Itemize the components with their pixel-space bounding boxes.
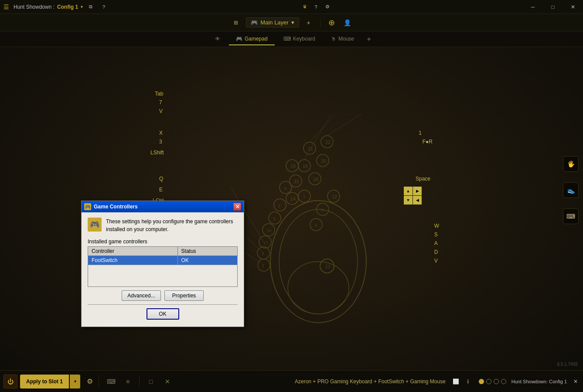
shoe-icon[interactable]: 👟 [563,182,579,198]
wasd-v: V [434,256,439,265]
slot-dot-1[interactable] [479,379,484,384]
power-button[interactable]: ⏻ [3,375,17,389]
game-controllers-dialog: 🎮 Game Controllers ✕ 🎮 These settings he… [81,201,244,327]
grid-view-button[interactable]: ⊞ [229,18,242,27]
key-label-lshift: LShift [150,150,164,156]
profile-settings-button[interactable]: ⚙ [83,375,97,389]
key-label-v: V [159,108,163,114]
table-empty-row [88,265,238,287]
keyboard-layout-icon[interactable]: ⌨ [104,375,118,389]
table-row[interactable]: FootSwitch OK [88,256,238,265]
crown-icon[interactable]: ♛ [300,2,310,12]
add-tab-button[interactable]: + [363,33,375,45]
dialog-header: 🎮 These settings help you configure the … [88,218,238,233]
key-label-q: Q [159,176,163,182]
wasd-a: A [434,239,439,248]
layer-selector[interactable]: 🎮 Main Layer ▾ [246,17,299,27]
close-button[interactable]: ✕ [563,0,583,14]
slot-dot-4[interactable] [501,379,506,384]
bottom-bar: ⏻ Apply to Slot 1 ▾ ⚙ ⌨ ≡ □ ✕ Azeron + P… [0,370,583,392]
slot-dot-2[interactable] [486,379,491,384]
apply-to-slot-button[interactable]: Apply to Slot 1 [20,375,69,389]
help-button[interactable]: ? [99,2,109,12]
layer-label: Main Layer [260,19,288,26]
advanced-button[interactable]: Advanced... [122,290,161,301]
menu-icon[interactable]: ☰ [3,3,9,10]
eye-icon: 👁 [215,36,220,42]
arrow-keys-area: ▲ ▶ ▼ ◀ [404,187,422,205]
arrow-right-btn[interactable]: ▶ [413,187,422,195]
apply-dropdown-button[interactable]: ▾ [70,375,80,389]
key-label-3: 3 [159,139,162,145]
delete-icon-bottom[interactable]: ✕ [160,375,174,389]
bottom-separator-1 [99,375,99,388]
copy-config-button[interactable]: ⧉ [85,2,96,12]
bottom-separator-2 [139,375,140,388]
dialog-separator [88,304,238,305]
profile-icon[interactable]: 👤 [341,17,354,29]
add-layer-button[interactable]: + [303,17,315,29]
keyboard-small-icon[interactable]: ⌨ [563,208,579,224]
key-label-tab: Tab [155,91,163,97]
app-name: Hunt Showdown : [14,4,55,10]
dialog-title-icon: 🎮 [84,203,91,210]
keyboard-icon: ⌨ [283,36,291,42]
slot-dot-3[interactable] [494,379,499,384]
slot-dots [479,379,506,384]
secondary-toolbar: 👁 🎮 Gamepad ⌨ Keyboard 🖱 Mouse + [0,31,583,47]
question-icon[interactable]: ? [311,2,321,12]
ok-button[interactable]: OK [147,308,179,320]
profile-icon-bottom[interactable]: □ [144,375,158,389]
config-dropdown-icon[interactable]: ▾ [81,4,83,9]
dialog-header-icon: 🎮 [88,218,102,232]
config-name: Config 1 [57,4,78,10]
gear-icon[interactable]: ⚙ [322,2,333,12]
export-icon[interactable]: ⬜ [451,376,461,387]
table-header-controller: Controller [88,247,178,256]
key-label-x: X [159,130,163,136]
keyboard-tab-label: Keyboard [293,36,315,42]
info-icon[interactable]: ℹ [463,376,474,387]
gamepad-tab-label: Gamepad [245,36,268,42]
device-label: Azeron + PRO Gaming Keyboard + FootSwitc… [295,378,446,385]
dialog-section-label: Installed game controllers [88,239,238,245]
bottom-right-section: Azeron + PRO Gaming Keyboard + FootSwitc… [295,376,583,387]
minimize-button[interactable]: ─ [523,0,543,14]
grid-icon: ⊞ [234,20,238,26]
tab-mouse[interactable]: 🖱 Mouse [324,33,361,45]
tab-eye[interactable]: 👁 [208,33,227,45]
xbox-icon[interactable]: ⊕ [326,17,338,29]
gamepad-tab-icon: 🎮 [236,36,242,42]
top-toolbar: ⊞ 🎮 Main Layer ▾ + ⊕ 👤 [0,14,583,31]
dialog-body: 🎮 These settings help you configure the … [82,212,244,327]
toolbar-divider-1 [320,18,320,27]
config-close-button[interactable]: ✕ [573,378,578,385]
key-label-e: E [159,187,163,193]
dialog-titlebar: 🎮 Game Controllers ✕ [82,201,244,212]
arrow-left-btn[interactable]: ◀ [413,196,422,205]
arrow-down-btn[interactable]: ▼ [404,196,413,205]
tab-keyboard[interactable]: ⌨ Keyboard [276,33,322,45]
key-label-space: Space [416,176,430,182]
mouse-icon: 🖱 [331,36,336,42]
bottom-right-icons: ⬜ ℹ [451,376,474,387]
key-label-for: F●R [423,139,433,145]
properties-button[interactable]: Properties [164,290,204,301]
bottom-icons-row: ⌨ ≡ □ ✕ [101,375,174,389]
arrow-up-btn[interactable]: ▲ [404,187,413,195]
key-label-7: 7 [159,99,162,106]
right-icons-panel: 🖐 👟 ⌨ [563,156,579,224]
config-label-bottom: Hunt Showdown: Config 1 [511,379,567,384]
dialog-action-buttons: Advanced... Properties [88,290,238,301]
wasd-d: D [434,248,439,256]
tab-gamepad[interactable]: 🎮 Gamepad [229,33,275,45]
dialog-close-button[interactable]: ✕ [233,203,241,211]
dialog-table: Controller Status FootSwitch OK [88,246,238,287]
layer-dropdown-icon: ▾ [291,19,294,26]
bottom-left-section: ⏻ [0,375,17,389]
wasd-s: S [434,230,439,239]
dialog-header-text: These settings help you configure the ga… [106,218,238,233]
layer-icon-bottom[interactable]: ≡ [121,375,135,389]
hand-icon[interactable]: 🖐 [563,156,579,172]
maximize-button[interactable]: □ [543,0,563,14]
